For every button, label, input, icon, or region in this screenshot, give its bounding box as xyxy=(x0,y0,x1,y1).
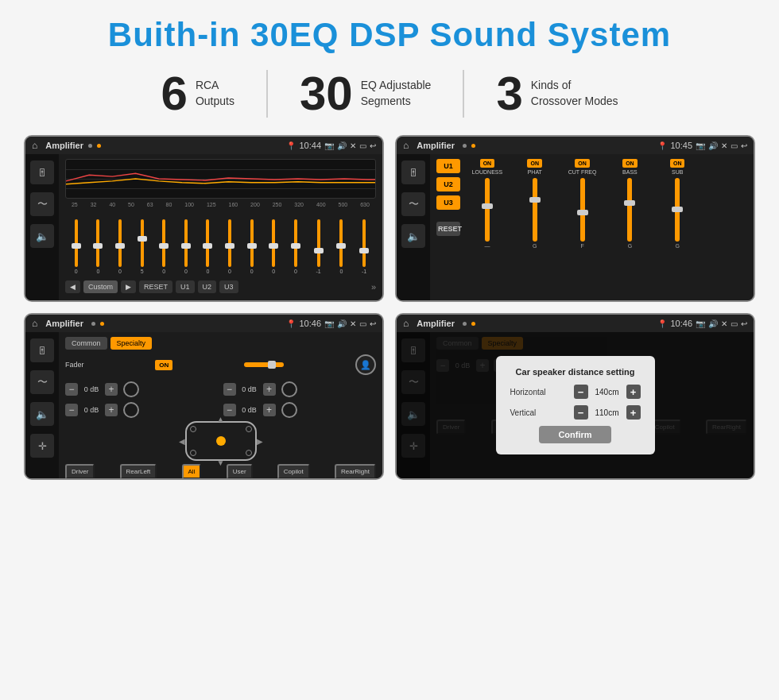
eq-slider-3: 5 xyxy=(141,219,144,274)
rearleft-btn[interactable]: RearLeft xyxy=(120,464,157,479)
home-icon-1[interactable]: ⌂ xyxy=(32,140,37,151)
next-button[interactable]: ▶ xyxy=(121,280,136,293)
u1-preset-btn[interactable]: U1 xyxy=(436,159,460,173)
arrow-up[interactable]: ▲ xyxy=(217,415,225,423)
copilot-btn[interactable]: Copilot xyxy=(277,464,310,479)
custom-preset-button[interactable]: Custom xyxy=(83,280,118,293)
confirm-button[interactable]: Confirm xyxy=(539,426,610,443)
arrow-left[interactable]: ◀ xyxy=(179,437,185,446)
u3-button[interactable]: U3 xyxy=(219,280,238,293)
tab-common[interactable]: Common xyxy=(65,337,107,350)
vol-minus-3[interactable]: − xyxy=(65,404,78,416)
user-btn[interactable]: User xyxy=(227,464,253,479)
xover-toggle-cutfreq[interactable]: ON xyxy=(575,159,590,168)
tab-specialty[interactable]: Specialty xyxy=(110,337,153,350)
close-icon-3[interactable]: ✕ xyxy=(350,319,356,328)
app-title-3: Amplifier xyxy=(45,319,83,328)
eq-tune-icon[interactable]: 🎚 xyxy=(30,160,54,184)
status-bar-4: ⌂ Amplifier 📍 10:46 📷 🔊 ✕ ▭ ↩ xyxy=(397,315,754,332)
all-btn[interactable]: All xyxy=(182,464,202,479)
prev-button[interactable]: ◀ xyxy=(65,280,80,293)
vol-minus-2[interactable]: − xyxy=(223,383,236,396)
xover-slider-loudness[interactable] xyxy=(485,178,490,242)
vol-plus-2[interactable]: + xyxy=(263,383,276,396)
screen-content-3: 🎚 〜 🔈 ✛ Common Specialty Fader ON xyxy=(25,332,382,478)
back-icon-3[interactable]: ↩ xyxy=(370,319,376,328)
volume-icon-4: 🔊 xyxy=(708,319,718,328)
fader-slider-thumb[interactable] xyxy=(268,361,276,369)
back-icon-2[interactable]: ↩ xyxy=(741,141,747,150)
driver-btn[interactable]: Driver xyxy=(65,464,95,479)
reset-button[interactable]: RESET xyxy=(139,280,172,293)
camera-icon-4: 📷 xyxy=(696,319,705,328)
xover-slider-bass[interactable] xyxy=(627,178,632,242)
xover-toggle-loudness[interactable]: ON xyxy=(480,159,495,168)
speaker-icon-3[interactable]: 🔈 xyxy=(30,402,54,426)
wave-icon-3[interactable]: 〜 xyxy=(30,370,54,394)
status-dot-2 xyxy=(463,144,467,148)
vol-plus-1[interactable]: + xyxy=(105,383,118,396)
xover-toggle-phat[interactable]: ON xyxy=(527,159,542,168)
status-dot-orange-3 xyxy=(100,322,104,326)
camera-icon-2: 📷 xyxy=(696,141,705,150)
u2-button[interactable]: U2 xyxy=(198,280,217,293)
xover-slider-sub[interactable] xyxy=(675,178,680,242)
xover-toggle-bass[interactable]: ON xyxy=(622,159,638,168)
volume-icon-3: 🔊 xyxy=(337,319,347,328)
stat-crossover: 3 Kinds of Crossover Modes xyxy=(463,70,649,118)
screen-dialog: ⌂ Amplifier 📍 10:46 📷 🔊 ✕ ▭ ↩ 🎚 xyxy=(395,313,755,480)
close-icon-4[interactable]: ✕ xyxy=(721,319,727,328)
close-icon-1[interactable]: ✕ xyxy=(350,141,356,150)
vol-minus-1[interactable]: − xyxy=(65,383,78,396)
vol-plus-4[interactable]: + xyxy=(263,404,276,416)
dialog-horizontal-minus[interactable]: − xyxy=(574,385,588,399)
arrow-right[interactable]: ▶ xyxy=(257,437,263,446)
profile-icon[interactable]: 👤 xyxy=(355,354,376,375)
crosshair-icon-3[interactable]: ✛ xyxy=(30,434,54,458)
stat-desc-eq: EQ Adjustable Segments xyxy=(361,78,432,109)
u1-button[interactable]: U1 xyxy=(176,280,195,293)
speaker-icon[interactable]: 🔈 xyxy=(30,224,54,248)
expand-icon[interactable]: » xyxy=(371,282,376,292)
xover-slider-cutfreq[interactable] xyxy=(580,178,585,242)
dialog-horizontal-plus[interactable]: + xyxy=(626,385,641,399)
xover-label-loudness: LOUDNESS xyxy=(472,169,503,175)
speaker-icon-2[interactable]: 🔈 xyxy=(401,224,425,248)
eq-tune-icon-3[interactable]: 🎚 xyxy=(30,338,54,362)
u3-preset-btn[interactable]: U3 xyxy=(436,195,460,210)
dialog-horizontal-label: Horizontal xyxy=(510,388,546,396)
eq-slider-11: -1 xyxy=(316,219,321,274)
vol-minus-4[interactable]: − xyxy=(223,404,236,416)
wave-icon-2[interactable]: 〜 xyxy=(401,192,425,216)
xover-main: U1 U2 U3 RESET ON LOUDNESS — xyxy=(430,154,754,300)
arrow-down[interactable]: ▼ xyxy=(217,458,225,467)
volume-icon-1: 🔊 xyxy=(337,141,347,150)
fader-slider-row xyxy=(244,362,284,367)
car-diagram-area: ▲ ▼ ◀ ▶ xyxy=(65,421,376,461)
eq-tune-icon-2[interactable]: 🎚 xyxy=(401,160,425,184)
eq-sliders: 0 0 0 5 0 0 0 0 0 0 0 -1 0 -1 xyxy=(65,211,376,274)
vol-plus-3[interactable]: + xyxy=(105,404,118,416)
home-icon-3[interactable]: ⌂ xyxy=(32,318,37,329)
xover-reset-btn[interactable]: RESET xyxy=(436,222,460,236)
window-icon-3: ▭ xyxy=(359,319,366,328)
close-icon-2[interactable]: ✕ xyxy=(721,141,727,150)
xover-slider-phat[interactable] xyxy=(533,178,537,242)
vol-ctrl-3: − 0 dB + xyxy=(65,402,219,418)
dialog-vertical-plus[interactable]: + xyxy=(626,405,641,420)
page-title: Buith-in 30EQ DSP Sound System xyxy=(24,16,755,54)
wave-icon[interactable]: 〜 xyxy=(30,192,54,216)
rearright-btn[interactable]: RearRight xyxy=(335,464,376,479)
home-icon-2[interactable]: ⌂ xyxy=(403,140,409,151)
back-icon-1[interactable]: ↩ xyxy=(370,141,376,150)
fader-slider-track[interactable] xyxy=(244,362,284,367)
xover-toggle-sub[interactable]: ON xyxy=(670,159,685,168)
back-icon-4[interactable]: ↩ xyxy=(741,319,747,328)
dialog-vertical-minus[interactable]: − xyxy=(574,405,588,420)
fader-toggle[interactable]: ON xyxy=(155,360,172,370)
home-icon-4[interactable]: ⌂ xyxy=(403,318,409,329)
xover-col-cutfreq: ON CUT FREQ F xyxy=(560,159,605,296)
u2-preset-btn[interactable]: U2 xyxy=(436,177,460,191)
camera-icon-1: 📷 xyxy=(324,141,334,150)
side-icons-3: 🎚 〜 🔈 ✛ xyxy=(25,332,59,478)
